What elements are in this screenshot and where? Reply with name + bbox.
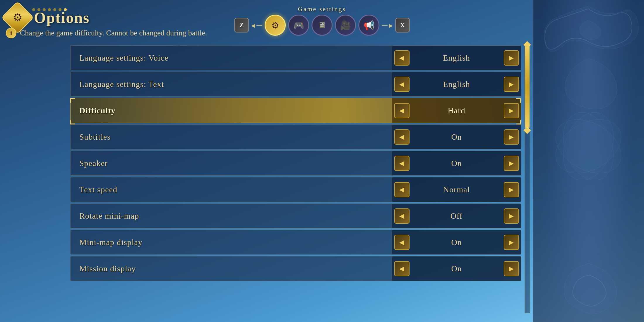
setting-row-wrapper-4: Speaker◀On▶: [70, 151, 521, 177]
setting-label-1: Language settings: Text: [71, 80, 392, 89]
gear-icon: ⚙: [13, 11, 22, 24]
setting-row-8: Mission display◀On▶: [70, 256, 521, 281]
setting-value-0: English: [411, 53, 502, 63]
nav-icon-camera[interactable]: 🎥: [335, 15, 356, 36]
setting-row-wrapper-7: Mini-map display◀On▶: [70, 230, 521, 256]
arrow-left-icon-6: ◀: [394, 208, 410, 224]
settings-panel: Language settings: Voice◀English▶Languag…: [70, 45, 521, 313]
arrow-left-btn-0[interactable]: ◀: [392, 46, 411, 70]
right-panel-decoration: [533, 0, 644, 322]
setting-label-4: Speaker: [71, 159, 392, 168]
page-title: Options: [34, 9, 90, 26]
arrow-left-btn-1[interactable]: ◀: [392, 72, 411, 96]
setting-row-wrapper-8: Mission display◀On▶: [70, 256, 521, 282]
nav-icon-megaphone[interactable]: 📢: [358, 15, 379, 36]
corner-br: [516, 120, 521, 124]
arrow-left-icon-0: ◀: [394, 50, 410, 66]
options-header: ⚙ Options: [6, 6, 90, 29]
corner-tr: [516, 98, 521, 103]
setting-value-3: On: [411, 132, 502, 142]
info-icon: i: [6, 28, 16, 38]
arrow-right-icon-2: ▶: [504, 103, 519, 118]
arrow-left-btn-7[interactable]: ◀: [392, 230, 411, 254]
arrow-left-icon-5: ◀: [394, 182, 410, 197]
setting-control-3: ◀On▶: [392, 125, 521, 149]
arrow-left-icon-7: ◀: [394, 235, 410, 250]
setting-label-6: Rotate mini-map: [71, 211, 392, 221]
arrow-right-icon-0: ▶: [504, 50, 519, 66]
arrow-left-btn-5[interactable]: ◀: [392, 177, 411, 202]
setting-control-2: ◀Hard▶: [392, 98, 521, 123]
arrow-right-btn-6[interactable]: ▶: [502, 204, 521, 228]
setting-label-7: Mini-map display: [71, 238, 392, 247]
setting-value-4: On: [411, 159, 502, 168]
arrow-left-icon-1: ◀: [394, 77, 410, 92]
nav-icons-row: Z ◂─ ⚙ 🎮 🖥 🎥 📢 ─▸ X: [234, 15, 410, 36]
setting-row-7: Mini-map display◀On▶: [70, 230, 521, 255]
arrow-right-btn-1[interactable]: ▶: [502, 72, 521, 96]
setting-row-4: Speaker◀On▶: [70, 151, 521, 176]
setting-control-0: ◀English▶: [392, 46, 521, 70]
nav-key-x[interactable]: X: [395, 18, 410, 32]
top-nav: Game settings Z ◂─ ⚙ 🎮 🖥 🎥 📢 ─▸ X: [234, 5, 410, 36]
arrow-left-icon-3: ◀: [394, 129, 410, 145]
arrow-right-icon-4: ▶: [504, 156, 519, 171]
info-text: Change the game difficulty. Cannot be ch…: [20, 29, 207, 37]
setting-control-7: ◀On▶: [392, 230, 521, 254]
nav-title: Game settings: [298, 5, 346, 13]
setting-control-1: ◀English▶: [392, 72, 521, 96]
arrow-right-icon-1: ▶: [504, 77, 519, 92]
setting-row-3: Subtitles◀On▶: [70, 124, 521, 149]
arrow-left-btn-4[interactable]: ◀: [392, 151, 411, 175]
arrow-right-btn-0[interactable]: ▶: [502, 46, 521, 70]
setting-row-wrapper-5: Text speed◀Normal▶: [70, 177, 521, 203]
arrow-left-icon-2: ◀: [394, 103, 410, 118]
arrow-right-btn-5[interactable]: ▶: [502, 177, 521, 202]
setting-label-0: Language settings: Voice: [71, 53, 392, 63]
arrow-left-btn-2[interactable]: ◀: [392, 98, 411, 123]
arrow-right-btn-3[interactable]: ▶: [502, 125, 521, 149]
corner-bl: [70, 120, 75, 124]
setting-control-8: ◀On▶: [392, 256, 521, 281]
arrow-left-icon-4: ◀: [394, 156, 410, 171]
setting-row-wrapper-1: Language settings: Text◀English▶: [70, 72, 521, 98]
setting-label-5: Text speed: [71, 185, 392, 194]
setting-value-2: Hard: [411, 106, 502, 115]
setting-row-wrapper-0: Language settings: Voice◀English▶: [70, 45, 521, 72]
setting-control-4: ◀On▶: [392, 151, 521, 175]
setting-label-2: Difficulty: [71, 106, 392, 115]
nav-icon-gear[interactable]: ⚙: [265, 15, 286, 36]
scrollbar-track[interactable]: [525, 45, 530, 313]
arrow-right-icon-8: ▶: [504, 261, 519, 276]
setting-label-3: Subtitles: [71, 132, 392, 142]
arrow-left-btn-3[interactable]: ◀: [392, 125, 411, 149]
arrow-right-btn-4[interactable]: ▶: [502, 151, 521, 175]
nav-arrow-right: ─▸: [382, 20, 393, 30]
info-bar: i Change the game difficulty. Cannot be …: [6, 28, 207, 38]
setting-value-8: On: [411, 264, 502, 273]
setting-control-6: ◀Off▶: [392, 204, 521, 228]
arrow-left-btn-8[interactable]: ◀: [392, 256, 411, 281]
nav-icon-gamepad[interactable]: 🎮: [288, 15, 309, 36]
arrow-left-btn-6[interactable]: ◀: [392, 204, 411, 228]
scrollbar-thumb[interactable]: [525, 46, 530, 128]
arrow-right-icon-3: ▶: [504, 129, 519, 145]
setting-row-0: Language settings: Voice◀English▶: [70, 45, 521, 70]
setting-value-6: Off: [411, 211, 502, 221]
setting-label-8: Mission display: [71, 264, 392, 273]
nav-icon-monitor[interactable]: 🖥: [311, 15, 333, 36]
arrow-right-btn-8[interactable]: ▶: [502, 256, 521, 281]
arrow-right-icon-6: ▶: [504, 208, 519, 224]
setting-control-5: ◀Normal▶: [392, 177, 521, 202]
arrow-left-icon-8: ◀: [394, 261, 410, 276]
arrow-right-btn-7[interactable]: ▶: [502, 230, 521, 254]
scrollbar-diamond-top: [523, 41, 531, 48]
nav-arrow-left: ◂─: [251, 20, 262, 30]
nav-key-z[interactable]: Z: [234, 18, 249, 32]
setting-row-2: Difficulty◀Hard▶: [70, 98, 521, 123]
setting-row-wrapper-6: Rotate mini-map◀Off▶: [70, 203, 521, 230]
setting-value-5: Normal: [411, 185, 502, 194]
setting-row-1: Language settings: Text◀English▶: [70, 72, 521, 97]
setting-row-5: Text speed◀Normal▶: [70, 177, 521, 202]
setting-row-wrapper-2: Difficulty◀Hard▶: [70, 98, 521, 124]
